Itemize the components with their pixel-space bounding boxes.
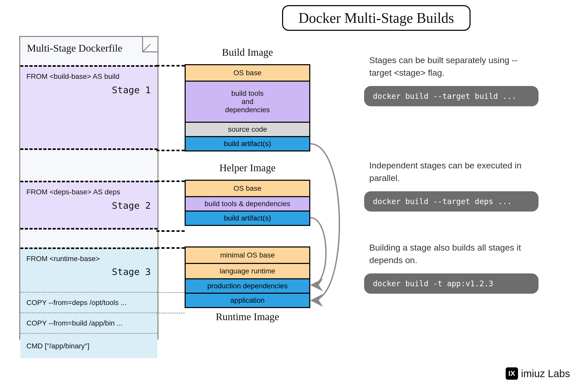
stage-1: FROM <build-base> AS build Stage 1 — [20, 65, 157, 150]
layer-build-artifact: build artifact(s) — [186, 136, 309, 150]
stage-2-label: Stage 2 — [112, 200, 151, 211]
brand: IX imiuz Labs — [506, 367, 570, 380]
stage-2: FROM <deps-base> AS deps Stage 2 — [20, 181, 157, 230]
layer-runtime-deps: production dependencies — [186, 278, 309, 293]
stage-1-from: FROM <build-base> AS build — [26, 72, 157, 81]
stage-3-cmd: CMD ["/app/binary"] — [20, 334, 157, 358]
brand-name: imiuz Labs — [521, 368, 570, 379]
connector — [156, 230, 185, 232]
layer: source code — [186, 122, 309, 136]
note-3: Building a stage also builds all stages … — [369, 241, 533, 267]
note-2: Independent stages can be executed in pa… — [369, 159, 533, 185]
dockerfile-heading: Multi-Stage Dockerfile — [27, 42, 157, 54]
code-2: docker build --target deps ... — [364, 191, 539, 212]
layer: OS base — [186, 181, 309, 196]
stage-3-copy-build: COPY --from=build /app/bin ... — [20, 313, 157, 334]
layer: build tools & dependencies — [186, 196, 309, 211]
runtime-image-stack: minimal OS base language runtime product… — [185, 246, 310, 308]
layer: minimal OS base — [186, 247, 309, 263]
connector — [156, 313, 185, 313]
stage-3-copy-deps: COPY --from=deps /opt/tools ... — [20, 293, 157, 313]
code-1: docker build --target build ... — [364, 86, 539, 106]
layer: language runtime — [186, 263, 309, 278]
build-image-stack: OS base build tools and dependencies sou… — [185, 64, 310, 151]
connector — [156, 65, 185, 66]
layer-helper-artifact: build artifact(s) — [186, 211, 309, 225]
brand-logo-icon: IX — [506, 367, 518, 380]
stage-2-from: FROM <deps-base> AS deps — [26, 188, 157, 196]
build-image-title: Build Image — [185, 46, 310, 58]
helper-image-stack: OS base build tools & dependencies build… — [185, 180, 310, 226]
runtime-image-title: Runtime Image — [185, 311, 310, 323]
connector — [156, 150, 185, 151]
layer-runtime-app: application — [186, 293, 309, 307]
code-3: docker build -t app:v1.2.3 — [364, 273, 539, 294]
connector — [156, 180, 185, 182]
stage-3: FROM <runtime-base> Stage 3 — [20, 247, 157, 293]
note-1: Stages can be built separately using --t… — [369, 54, 533, 79]
layer: build tools and dependencies — [186, 81, 309, 122]
page-title: Docker Multi-Stage Builds — [282, 5, 471, 31]
helper-image-title: Helper Image — [185, 162, 310, 174]
stage-3-from: FROM <runtime-base> — [26, 255, 157, 263]
connector — [156, 292, 185, 293]
stage-1-label: Stage 1 — [112, 85, 151, 95]
connector — [156, 247, 185, 249]
stage-3-label: Stage 3 — [112, 266, 151, 277]
dockerfile-paper: Multi-Stage Dockerfile FROM <build-base>… — [19, 36, 158, 340]
layer: OS base — [186, 65, 309, 81]
